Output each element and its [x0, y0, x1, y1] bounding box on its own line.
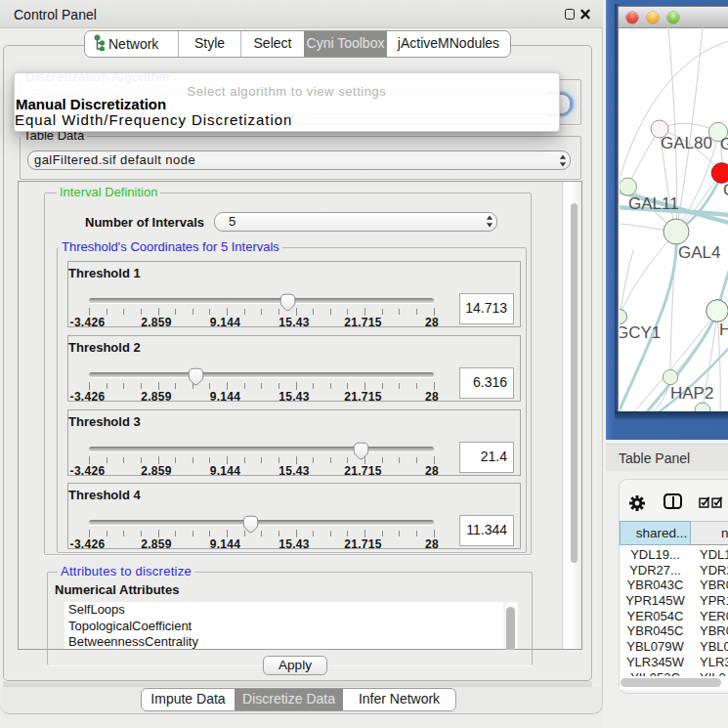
svg-text:GAL11: GAL11: [628, 194, 679, 213]
svg-text:HIS: HIS: [719, 321, 728, 339]
svg-text:GA: GA: [720, 135, 728, 153]
svg-text:CD: CD: [723, 181, 728, 199]
svg-text:GAL80: GAL80: [661, 134, 712, 152]
svg-text:HAP2: HAP2: [670, 384, 713, 403]
svg-text:GCY1: GCY1: [620, 323, 661, 342]
svg-text:GAL4: GAL4: [678, 243, 720, 262]
